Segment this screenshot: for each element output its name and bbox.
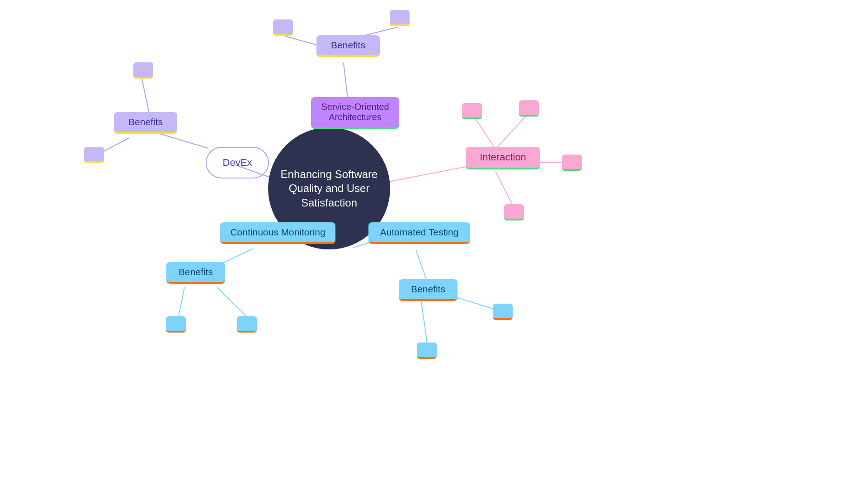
center-label: Enhancing Software Quality and User Sati…: [268, 167, 390, 210]
small-blue-cm-1: [166, 316, 186, 333]
benefits-blue-at-node[interactable]: Benefits: [399, 279, 458, 301]
benefits-blue-cm-node[interactable]: Benefits: [166, 262, 225, 284]
svg-line-8: [344, 63, 348, 102]
benefits-purple-left-label: Benefits: [128, 117, 163, 127]
benefits-blue-at-label: Benefits: [411, 284, 445, 295]
small-purple-3: [84, 147, 104, 163]
small-pink-2: [519, 100, 539, 117]
svg-line-10: [362, 27, 398, 36]
svg-line-18: [416, 250, 426, 279]
interaction-label: Interaction: [480, 151, 526, 163]
small-purple-1: [273, 19, 293, 36]
svg-line-19: [420, 296, 427, 343]
small-purple-4: [133, 62, 153, 79]
automated-testing-label: Automated Testing: [380, 227, 459, 238]
devex-label: DevEx: [223, 157, 252, 169]
benefits-purple-top-node[interactable]: Benefits: [316, 35, 380, 57]
svg-line-17: [217, 287, 246, 316]
benefits-purple-top-label: Benefits: [331, 40, 365, 51]
svg-line-16: [179, 287, 184, 316]
svg-line-12: [495, 115, 527, 149]
benefits-blue-cm-label: Benefits: [179, 267, 213, 277]
interaction-node[interactable]: Interaction: [466, 147, 540, 169]
small-purple-2: [390, 10, 410, 26]
automated-testing-node[interactable]: Automated Testing: [368, 222, 470, 244]
small-pink-3: [562, 155, 582, 171]
service-oriented-label: Service-Oriented Architectures: [318, 102, 392, 122]
continuous-monitoring-label: Continuous Monitoring: [230, 227, 325, 238]
small-pink-4: [504, 204, 524, 221]
svg-line-11: [475, 117, 495, 149]
small-blue-at-1: [417, 343, 437, 359]
small-blue-at-2: [493, 304, 513, 320]
benefits-purple-left-node[interactable]: Benefits: [114, 112, 177, 134]
service-oriented-node[interactable]: Service-Oriented Architectures: [311, 97, 399, 129]
continuous-monitoring-node[interactable]: Continuous Monitoring: [220, 222, 335, 244]
small-blue-cm-2: [237, 316, 257, 333]
devex-node[interactable]: DevEx: [206, 147, 269, 178]
small-pink-1: [462, 103, 482, 119]
